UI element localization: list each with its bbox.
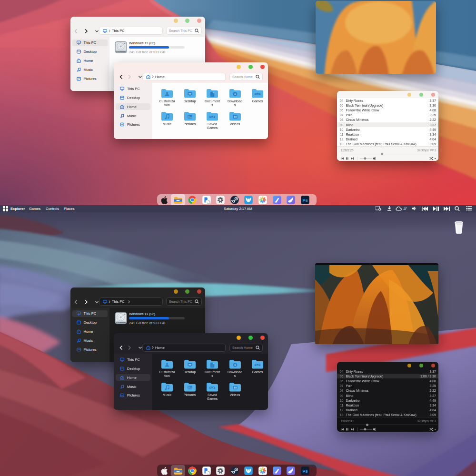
svg-text:Ps: Ps: [302, 198, 308, 203]
svg-text:Ps: Ps: [302, 468, 308, 474]
